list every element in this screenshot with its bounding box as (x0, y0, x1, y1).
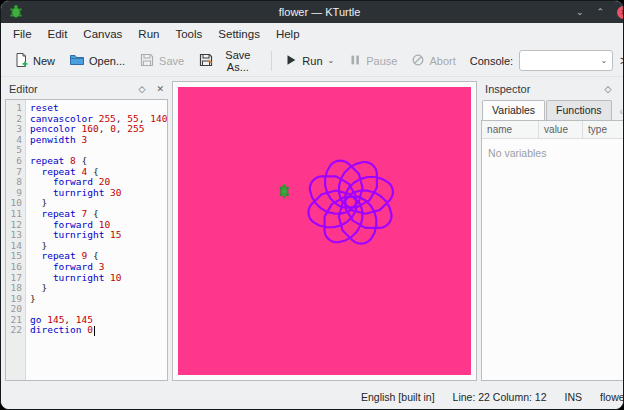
code-line[interactable]: 22direction 0 (6, 325, 167, 336)
maximize-icon[interactable]: ⌃ (597, 5, 605, 19)
inspector-dock: Inspector ◇ ✕ VariablesFunctions‹› namev… (481, 81, 624, 381)
console-input[interactable]: ⌄ (519, 50, 613, 71)
tab-variables[interactable]: Variables (482, 100, 545, 120)
menu-item-edit[interactable]: Edit (40, 25, 76, 43)
titlebar[interactable]: flower — KTurtle ⌄ ⌃ ✕ (1, 1, 624, 23)
minimize-icon[interactable]: ⌄ (576, 5, 584, 19)
turtle-sprite[interactable] (279, 184, 289, 199)
pause-button-label: Pause (366, 55, 397, 67)
status-file-name: flower (600, 391, 624, 403)
main-area: Editor ◇ ✕ 1reset2canvascolor 255, 55, 1… (1, 77, 624, 385)
new-document-icon (13, 52, 29, 70)
pause-button[interactable]: Pause (342, 50, 403, 72)
code-editor[interactable]: 1reset2canvascolor 255, 55, 1403pencolor… (5, 99, 168, 381)
save-button[interactable]: Save (133, 49, 190, 73)
save-as-button[interactable]: Save As... (192, 46, 263, 76)
canvas-view[interactable] (172, 81, 477, 381)
status-language: English [built in] (361, 391, 435, 403)
variables-table-header: namevaluetype (482, 121, 624, 139)
console-dropdown-arrow-icon[interactable]: ⌄ (600, 56, 607, 65)
save-as-button-label: Save As... (218, 49, 257, 73)
menu-item-file[interactable]: File (5, 25, 40, 43)
column-header-name[interactable]: name (482, 121, 539, 138)
menu-item-help[interactable]: Help (268, 25, 308, 43)
flower-drawing (308, 161, 392, 244)
tab-scroll-left-icon[interactable]: ‹ (619, 106, 622, 117)
status-insert-mode: INS (565, 391, 583, 403)
tab-functions[interactable]: Functions (546, 100, 612, 120)
column-header-type[interactable]: type (583, 121, 624, 138)
abort-button[interactable]: Abort (405, 50, 461, 72)
console-label: Console: (470, 55, 513, 67)
menu-item-settings[interactable]: Settings (210, 25, 268, 43)
text-cursor (94, 326, 96, 336)
save-as-icon (198, 52, 214, 70)
line-number: 11 (6, 209, 26, 220)
toolbar-overflow-button[interactable]: > (615, 52, 624, 70)
toolbar: New Open... Save (1, 45, 624, 77)
editor-close-icon[interactable]: ✕ (156, 83, 164, 95)
no-variables-text: No variables (482, 139, 624, 167)
run-dropdown-arrow-icon[interactable]: ⌄ (328, 56, 335, 65)
inspector-dock-title: Inspector (485, 83, 530, 95)
line-number: 6 (6, 156, 26, 167)
save-icon (139, 52, 155, 70)
editor-float-icon[interactable]: ◇ (139, 83, 146, 95)
editor-dock-header[interactable]: Editor ◇ ✕ (5, 81, 168, 99)
inspector-dock-header[interactable]: Inspector ◇ ✕ (481, 81, 624, 99)
run-button-label: Run (302, 55, 322, 67)
open-button[interactable]: Open... (63, 49, 131, 73)
abort-icon (411, 53, 425, 69)
open-button-label: Open... (89, 55, 125, 67)
code-line[interactable]: 19} (6, 294, 167, 305)
kturtle-app-icon (9, 5, 23, 19)
line-number: 1 (6, 103, 26, 114)
code-lines: 1reset2canvascolor 255, 55, 1403pencolor… (6, 100, 167, 336)
turtle-canvas[interactable] (178, 87, 471, 375)
open-folder-icon (69, 52, 85, 70)
editor-dock: Editor ◇ ✕ 1reset2canvascolor 255, 55, 1… (5, 81, 168, 381)
line-number: 22 (6, 325, 26, 336)
statusbar: English [built in] Line: 22 Column: 12 I… (1, 385, 624, 409)
canvas-drawing (178, 87, 471, 375)
window-title: flower — KTurtle (1, 6, 624, 18)
menu-item-tools[interactable]: Tools (167, 25, 210, 43)
run-button[interactable]: Run ⌄ (278, 50, 340, 72)
status-cursor-position: Line: 22 Column: 12 (453, 391, 547, 403)
run-play-icon (284, 53, 298, 69)
menu-item-run[interactable]: Run (130, 25, 167, 43)
inspector-body: namevaluetype No variables (481, 120, 624, 381)
close-icon[interactable]: ✕ (617, 6, 624, 19)
code-line[interactable]: 4penwidth 3 (6, 135, 167, 146)
new-button[interactable]: New (7, 49, 61, 73)
new-button-label: New (33, 55, 55, 67)
menubar: FileEditCanvasRunToolsSettingsHelp (1, 23, 624, 45)
line-number: 16 (6, 262, 26, 273)
inspector-float-icon[interactable]: ◇ (605, 83, 612, 95)
save-button-label: Save (159, 55, 184, 67)
toolbar-separator (271, 51, 272, 71)
editor-dock-title: Editor (9, 83, 38, 95)
kturtle-window: flower — KTurtle ⌄ ⌃ ✕ FileEditCanvasRun… (0, 0, 624, 410)
abort-button-label: Abort (429, 55, 455, 67)
inspector-tabbar: VariablesFunctions‹› (481, 99, 624, 120)
pause-icon (348, 53, 362, 69)
column-header-value[interactable]: value (539, 121, 583, 138)
menu-item-canvas[interactable]: Canvas (75, 25, 130, 43)
